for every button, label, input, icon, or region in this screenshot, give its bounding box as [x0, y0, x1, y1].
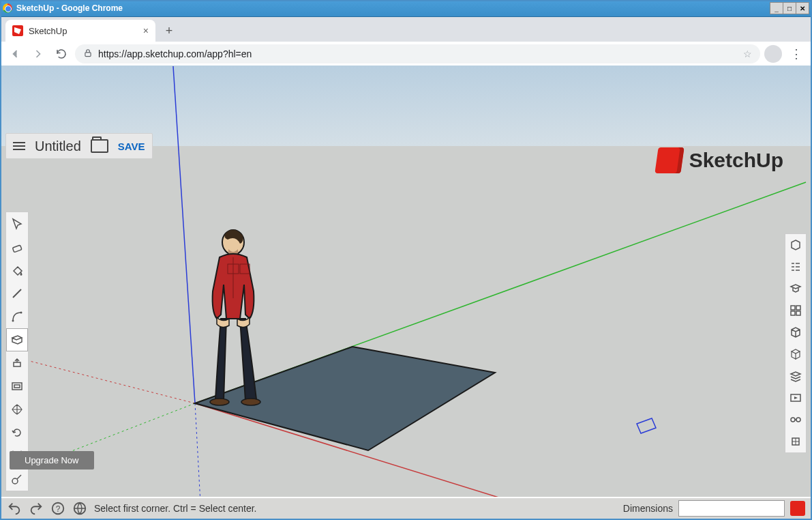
close-button[interactable]: ✕	[796, 2, 809, 14]
tab-close-icon[interactable]: ×	[143, 25, 149, 36]
undo-button[interactable]	[7, 501, 22, 516]
components-panel[interactable]	[785, 300, 806, 321]
rectangle-tool[interactable]	[6, 328, 28, 351]
brand-logo-area: SketchUp	[657, 147, 783, 173]
redo-button[interactable]	[29, 501, 44, 516]
layers-panel[interactable]	[785, 365, 806, 387]
scenes-panel[interactable]	[785, 387, 806, 409]
chrome-menu-button[interactable]: ⋮	[786, 46, 807, 61]
document-title[interactable]: Untitled	[35, 139, 81, 154]
materials-panel[interactable]	[785, 321, 806, 343]
back-button[interactable]	[5, 44, 25, 63]
model-canvas[interactable]	[1, 66, 811, 497]
select-tool[interactable]	[6, 212, 28, 235]
address-bar[interactable]: https://app.sketchup.com/app?hl=en ☆	[75, 44, 760, 63]
viewport[interactable]: Untitled SAVE SketchUp Upgrade Now	[1, 66, 811, 497]
open-folder-button[interactable]	[91, 139, 108, 153]
svg-point-23	[791, 418, 795, 422]
instructor-panel[interactable]	[785, 278, 806, 300]
maximize-button[interactable]: □	[783, 2, 796, 14]
model-info-panel[interactable]	[785, 431, 806, 452]
menu-button[interactable]	[13, 142, 25, 150]
drawn-rectangle-face[interactable]	[195, 347, 495, 450]
dimensions-input[interactable]	[678, 500, 785, 517]
upgrade-button[interactable]: Upgrade Now	[10, 451, 94, 470]
right-panel-tray	[785, 233, 807, 453]
chrome-icon	[3, 3, 12, 13]
browser-tab[interactable]: SketchUp ×	[5, 20, 155, 42]
tab-title: SketchUp	[29, 26, 67, 36]
forward-button[interactable]	[29, 44, 48, 63]
save-button[interactable]: SAVE	[118, 141, 145, 152]
eraser-tool[interactable]	[6, 235, 28, 259]
line-tool[interactable]	[6, 282, 28, 305]
axis-z-negative	[195, 403, 200, 497]
reload-button[interactable]	[52, 44, 71, 63]
svg-rect-18	[791, 306, 795, 310]
help-button[interactable]: ?	[50, 501, 65, 516]
rectangle-cursor-icon	[637, 418, 656, 433]
brand-text: SketchUp	[689, 149, 783, 172]
svg-point-24	[796, 418, 800, 422]
svg-rect-21	[796, 311, 800, 315]
axis-z-positive	[173, 66, 195, 403]
paint-bucket-tool[interactable]	[6, 259, 28, 282]
browser-toolbar: https://app.sketchup.com/app?hl=en ☆ ⋮	[0, 42, 812, 67]
svg-point-5	[210, 399, 229, 405]
left-toolbar	[5, 212, 29, 491]
svg-rect-11	[14, 385, 20, 388]
svg-point-6	[241, 399, 260, 405]
sketchup-favicon-icon	[12, 25, 23, 36]
arc-tool[interactable]	[6, 305, 28, 328]
push-pull-tool[interactable]	[6, 351, 28, 375]
sketchup-logo-icon	[655, 147, 684, 173]
svg-text:?: ?	[56, 504, 61, 514]
svg-point-9	[20, 312, 22, 314]
svg-rect-20	[791, 311, 795, 315]
status-hint: Select first corner. Ctrl = Select cente…	[94, 503, 257, 514]
svg-point-17	[12, 478, 18, 484]
entity-info-panel[interactable]	[785, 234, 806, 256]
window-controls: _ □ ✕	[770, 2, 809, 14]
profile-avatar[interactable]	[764, 45, 782, 63]
language-button[interactable]	[72, 501, 87, 516]
bookmark-star-icon[interactable]: ☆	[743, 48, 752, 59]
url-text: https://app.sketchup.com/app?hl=en	[98, 48, 252, 59]
svg-rect-0	[85, 52, 91, 56]
svg-rect-10	[12, 383, 22, 390]
svg-rect-19	[796, 306, 800, 310]
new-tab-button[interactable]: +	[160, 21, 179, 40]
tab-strip: SketchUp × +	[0, 17, 812, 42]
svg-rect-7	[12, 245, 22, 252]
os-titlebar: SketchUp - Google Chrome _ □ ✕	[0, 0, 812, 17]
status-bar: ? Select first corner. Ctrl = Select cen…	[1, 498, 811, 519]
outliner-panel[interactable]	[785, 256, 806, 278]
axis-x-negative	[8, 356, 195, 403]
rotate-tool[interactable]	[6, 421, 28, 444]
tape-measure-tool[interactable]	[6, 467, 28, 491]
move-tool[interactable]	[6, 398, 28, 421]
display-panel[interactable]	[785, 409, 806, 431]
lock-icon	[83, 48, 93, 60]
offset-tool[interactable]	[6, 375, 28, 398]
svg-point-8	[12, 320, 14, 322]
dimensions-label: Dimensions	[623, 503, 673, 514]
window-title: SketchUp - Google Chrome	[16, 3, 123, 13]
sketchup-badge-icon[interactable]	[790, 501, 805, 516]
scale-figure	[210, 229, 260, 405]
app-header: Untitled SAVE	[5, 133, 153, 159]
styles-panel[interactable]	[785, 343, 806, 365]
minimize-button[interactable]: _	[770, 2, 783, 14]
